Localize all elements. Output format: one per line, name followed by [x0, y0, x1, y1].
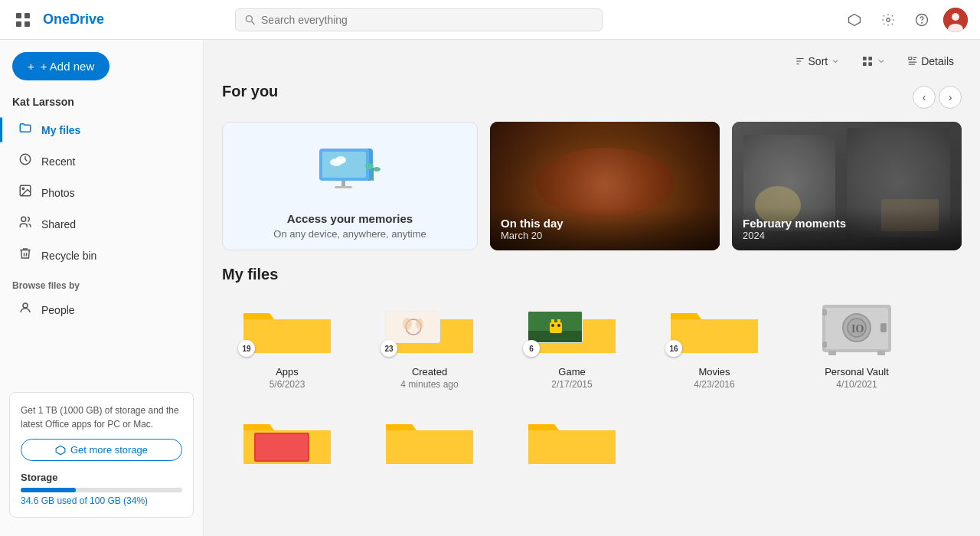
folder-created-name: Created — [412, 366, 447, 377]
sidebar-item-recycle-bin[interactable]: Recycle bin — [5, 240, 198, 271]
folder-apps[interactable]: 19 Apps 5/6/2023 — [222, 294, 352, 390]
add-icon: + — [28, 60, 34, 73]
folder-created-badge: 23 — [381, 340, 397, 357]
folder-game-date: 2/17/2015 — [551, 379, 592, 390]
svg-rect-22 — [863, 57, 867, 60]
sidebar-item-label: Recycle bin — [41, 250, 96, 262]
svg-point-9 — [922, 22, 923, 23]
details-button[interactable]: Details — [900, 51, 962, 72]
svg-rect-2 — [16, 21, 21, 27]
content-area: Sort Details — [204, 40, 980, 536]
sort-button[interactable]: Sort — [787, 51, 848, 72]
browse-section-label: Browse files by — [0, 271, 203, 294]
on-this-day-card[interactable]: On this day March 20 — [490, 122, 720, 250]
prev-button[interactable]: ‹ — [913, 86, 936, 109]
get-more-storage-button[interactable]: Get more storage — [21, 439, 182, 461]
add-new-button[interactable]: + + Add new — [12, 52, 109, 80]
help-icon[interactable] — [910, 8, 934, 32]
folder-movies-badge: 16 — [665, 340, 682, 357]
my-files-title: My files — [222, 266, 962, 283]
view-toggle-button[interactable] — [854, 51, 893, 72]
search-bar[interactable] — [235, 8, 603, 31]
content-toolbar: Sort Details — [204, 40, 980, 83]
svg-rect-26 — [909, 57, 912, 60]
my-files-section: My files 19 Apps 5/6/2023 — [204, 266, 980, 405]
folder-created-date: 4 minutes ago — [400, 379, 458, 390]
svg-point-17 — [23, 303, 28, 308]
svg-rect-37 — [341, 181, 345, 187]
svg-point-51 — [551, 324, 554, 327]
svg-marker-6 — [848, 14, 860, 25]
storage-bar-background — [21, 488, 182, 492]
storage-bar-fill — [21, 488, 76, 492]
main-layout: + + Add new Kat Larsson My files Recent — [0, 40, 980, 536]
svg-rect-59 — [822, 309, 827, 315]
for-you-header: For you ‹ › — [222, 83, 962, 111]
folder-movies[interactable]: 16 Movies 4/23/2016 — [649, 294, 779, 390]
storage-used-text: 34.6 GB used of 100 GB (34%) — [21, 495, 182, 506]
svg-rect-23 — [869, 57, 873, 60]
storage-promo-text: Get 1 TB (1000 GB) of storage and the la… — [21, 404, 182, 431]
svg-point-52 — [557, 324, 560, 327]
svg-rect-62 — [877, 351, 885, 355]
folder-extra-1-svg — [237, 409, 337, 470]
svg-rect-42 — [386, 312, 440, 343]
next-button[interactable]: › — [939, 86, 962, 109]
sidebar-item-my-files[interactable]: My files — [5, 114, 198, 145]
folder-extra-2-icon — [368, 405, 491, 474]
memories-illustration — [304, 133, 396, 204]
sidebar-item-shared[interactable]: Shared — [5, 208, 198, 240]
diamond-icon[interactable] — [842, 8, 867, 32]
february-moments-card[interactable]: February moments 2024 — [732, 122, 962, 250]
svg-rect-38 — [335, 186, 352, 188]
february-moments-subtitle: 2024 — [743, 230, 951, 241]
sidebar-item-label: My files — [41, 124, 80, 136]
svg-text:IO: IO — [851, 323, 864, 335]
folder-personal-vault[interactable]: IO Personal Vault 4/10/2021 — [792, 294, 922, 390]
grid-view-icon — [861, 55, 874, 67]
folder-extra-3[interactable] — [507, 405, 637, 474]
vault-date: 4/10/2021 — [836, 379, 877, 390]
sidebar-item-photos[interactable]: Photos — [5, 177, 198, 208]
svg-point-11 — [952, 13, 959, 21]
folder-extra-2[interactable] — [364, 405, 495, 474]
on-this-day-overlay: On this day March 20 — [490, 208, 720, 250]
vault-name: Personal Vault — [825, 366, 889, 377]
folder-game-name: Game — [558, 366, 585, 377]
svg-rect-48 — [550, 322, 562, 333]
settings-icon[interactable] — [876, 8, 900, 32]
user-avatar[interactable] — [943, 8, 968, 32]
more-files-grid — [222, 405, 962, 474]
my-files-icon — [17, 121, 34, 139]
sidebar-item-recent[interactable]: Recent — [5, 145, 198, 177]
sidebar-item-people[interactable]: People — [5, 294, 198, 325]
svg-point-45 — [416, 319, 423, 329]
folder-movies-date: 4/23/2016 — [694, 379, 734, 390]
svg-point-41 — [373, 167, 381, 172]
app-logo: OneDrive — [43, 11, 104, 28]
folder-extra-3-svg — [522, 409, 622, 470]
svg-point-7 — [887, 18, 890, 21]
svg-rect-60 — [822, 342, 827, 348]
view-chevron-icon — [877, 57, 886, 66]
svg-rect-50 — [557, 319, 560, 324]
folder-extra-1[interactable] — [222, 405, 352, 474]
search-input[interactable] — [261, 14, 593, 26]
folder-apps-name: Apps — [276, 366, 299, 377]
folder-movies-icon-wrap: 16 — [653, 294, 776, 363]
for-you-cards: Access your memories On any device, anyw… — [222, 122, 962, 250]
vault-svg: IO — [815, 299, 899, 358]
folder-created[interactable]: 23 Created 4 minutes ago — [364, 294, 495, 390]
for-you-section: For you ‹ › — [204, 83, 980, 266]
svg-line-5 — [251, 21, 254, 25]
folder-game[interactable]: 6 Game 2/17/2015 — [507, 294, 637, 390]
for-you-title: For you — [222, 83, 278, 100]
memories-card-subtitle: On any device, anywhere, anytime — [273, 228, 426, 240]
svg-rect-33 — [322, 152, 366, 178]
svg-rect-64 — [256, 434, 308, 460]
apps-icon[interactable] — [12, 9, 34, 31]
svg-rect-61 — [828, 351, 836, 355]
memories-card[interactable]: Access your memories On any device, anyw… — [222, 122, 478, 250]
people-icon — [17, 301, 34, 319]
sidebar-item-label: Recent — [41, 155, 75, 168]
